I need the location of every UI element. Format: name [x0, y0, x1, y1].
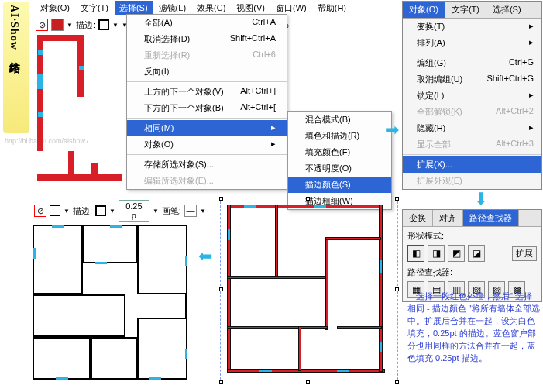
menu-item[interactable]: 窗口(W)	[271, 1, 311, 15]
floorplan-red-large[interactable]	[220, 198, 398, 383]
menu-item[interactable]: 填色和描边(R)	[288, 128, 391, 144]
panel-tab[interactable]: 对象(O)	[403, 2, 445, 18]
dropdown-icon[interactable]: ▼	[112, 22, 119, 29]
stroke-label: 描边:	[73, 205, 92, 217]
menu-item[interactable]: 混合模式(B)	[288, 112, 391, 128]
menu-item[interactable]: 排列(A)	[403, 35, 541, 51]
arrow-down-icon: ➡	[471, 191, 491, 205]
menu-item[interactable]: 编组(G)Ctrl+G	[403, 55, 541, 71]
menu-item[interactable]: 帮助(H)	[313, 1, 351, 15]
stroke-swatch[interactable]	[95, 205, 106, 216]
menu-item[interactable]: 选择(S)	[115, 1, 153, 15]
menu-item: 显示全部Alt+Ctrl+3	[403, 136, 541, 153]
panel-tab[interactable]: 路径查找器	[463, 210, 519, 226]
panel-tab[interactable]: 文字(T)	[445, 2, 486, 18]
no-select-icon[interactable]: ⊘	[36, 19, 48, 31]
stroke-label: 描边:	[76, 19, 95, 31]
brush-preview[interactable]: —	[184, 205, 197, 217]
select-menu: 全部(A)Ctrl+A取消选择(D)Shift+Ctrl+A重新选择(R)Ctr…	[126, 14, 287, 190]
menubar: 对象(O)文字(T)选择(S)滤镜(L)效果(C)视图(V)窗口(W)帮助(H)	[36, 1, 351, 15]
menu-item[interactable]: 隐藏(H)	[403, 120, 541, 136]
toolbar-2: ⊘ ▼ 描边: ▼ 0.25 p ▼ 画笔: — ▼	[34, 204, 206, 218]
menu-item: 编辑所选对象(E)...	[127, 173, 287, 189]
fill-swatch-white[interactable]	[50, 205, 60, 216]
menu-item[interactable]: 扩展(X)...	[403, 156, 541, 173]
instruction-text: 选择一段红色外墙，然后" 选择 - 相同 - 描边颜色 "将所有墙体全部选中。扩…	[407, 291, 541, 365]
menu-item[interactable]: 变换(T)	[403, 19, 541, 35]
menu-item: 扩展外观(E)	[403, 173, 541, 189]
expand-button[interactable]: 扩展	[512, 246, 537, 261]
menu-item[interactable]: 下方的下一个对象(B)Alt+Ctrl+[	[127, 100, 287, 116]
menu-item[interactable]: 取消编组(U)Shift+Ctrl+G	[403, 71, 541, 88]
menu-item[interactable]: 全部(A)Ctrl+A	[127, 15, 287, 31]
dropdown-icon[interactable]: ▼	[153, 208, 159, 215]
menu-item[interactable]: 上方的下一个对象(V)Alt+Ctrl+]	[127, 84, 287, 100]
dropdown-icon[interactable]: ▼	[109, 208, 115, 215]
pathfinder-label: 路径查找器:	[403, 265, 541, 278]
menu-item[interactable]: 填充颜色(F)	[288, 144, 391, 160]
menu-item: 重新选择(R)Ctrl+6	[127, 47, 287, 64]
watermark-url: http://hi.baidu.com/aishow7	[5, 138, 42, 146]
watermark: AI·Show 终结 ∞ http://hi.baidu.com/aishow7	[3, 2, 29, 133]
stroke-swatch[interactable]	[98, 19, 109, 30]
brush-label: 画笔:	[162, 205, 181, 217]
menu-item: 全部解锁(K)Alt+Ctrl+2	[403, 104, 541, 120]
menu-item[interactable]: 锁定(L)	[403, 88, 541, 104]
floorplan-red-small	[37, 35, 126, 182]
same-submenu: 混合模式(B)填色和描边(R)填充颜色(F)不透明度(O)描边颜色(S)描边粗细…	[287, 111, 392, 210]
watermark-text: AI·Show 终结 ∞	[7, 5, 21, 71]
menu-item[interactable]: 相同(M)	[127, 120, 287, 136]
menu-item[interactable]: 滤镜(L)	[154, 1, 191, 15]
arrow-right-icon: ➡	[385, 120, 399, 140]
menu-item[interactable]: 文字(T)	[76, 1, 113, 15]
menu-item[interactable]: 反向(I)	[127, 64, 287, 80]
menu-item[interactable]: 对象(O)	[127, 136, 287, 153]
exclude-button[interactable]: ◪	[468, 245, 485, 262]
menu-item[interactable]: 视图(V)	[232, 1, 270, 15]
menu-item[interactable]: 描边颜色(S)	[288, 177, 391, 193]
no-select-icon[interactable]: ⊘	[34, 205, 46, 217]
dropdown-icon[interactable]: ▼	[200, 208, 206, 215]
fill-swatch[interactable]	[51, 19, 64, 31]
pathfinder-panel: 变换对齐路径查找器 形状模式: ◧ ◨ ◩ ◪ 扩展 路径查找器: ▦ ▤ ▥ …	[402, 209, 542, 302]
intersect-button[interactable]: ◩	[448, 245, 465, 262]
panel-tab[interactable]: 选择(S)	[486, 2, 528, 18]
menu-item[interactable]: 对象(O)	[36, 1, 74, 15]
minus-front-button[interactable]: ◨	[428, 245, 445, 262]
object-menu-panel: 对象(O)文字(T)选择(S) 变换(T)排列(A)编组(G)Ctrl+G取消编…	[402, 1, 542, 190]
menu-item[interactable]: 取消选择(D)Shift+Ctrl+A	[127, 31, 287, 47]
dropdown-icon[interactable]: ▼	[64, 208, 70, 215]
dropdown-icon[interactable]: ▼	[67, 22, 73, 29]
panel-tab[interactable]: 对齐	[433, 210, 463, 226]
menu-item[interactable]: 不透明度(O)	[288, 160, 391, 177]
shape-mode-label: 形状模式:	[403, 227, 541, 242]
floorplan-outline	[9, 217, 204, 386]
menu-item[interactable]: 存储所选对象(S)...	[127, 156, 287, 173]
panel-tab[interactable]: 变换	[403, 210, 433, 226]
unite-button[interactable]: ◧	[407, 245, 424, 262]
menu-item[interactable]: 效果(C)	[192, 1, 230, 15]
